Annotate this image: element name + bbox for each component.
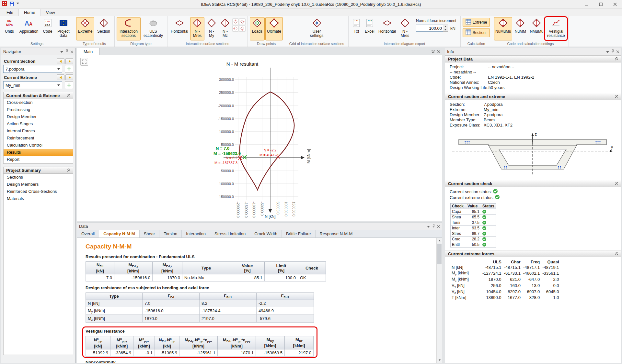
numm-button[interactable]: NuMM bbox=[513, 17, 528, 40]
increment-spinner[interactable] bbox=[443, 25, 448, 32]
export-horizontal-button[interactable]: Horizontal bbox=[377, 17, 397, 40]
nav-item-action-stages[interactable]: Action Stages bbox=[4, 120, 73, 127]
nav-item-design-member[interactable]: Design Member bbox=[4, 113, 73, 120]
status-ok-icon bbox=[482, 243, 486, 247]
nav-item-results[interactable]: Results bbox=[4, 149, 73, 156]
tab-file[interactable]: File bbox=[1, 9, 18, 16]
n-my-section-button[interactable]: N - My bbox=[205, 17, 218, 40]
nav-item-sections[interactable]: Sections bbox=[4, 174, 73, 181]
previous-section-button[interactable] bbox=[57, 58, 64, 64]
export-n-mres-button[interactable]: N - Mres bbox=[398, 17, 412, 40]
nav-item-prestressing[interactable]: Prestressing bbox=[4, 106, 73, 113]
extreme-results-button[interactable]: Extreme bbox=[76, 17, 94, 40]
export-excel-button[interactable]: XLS Excel bbox=[363, 17, 376, 40]
application-button[interactable]: AA Application bbox=[17, 17, 40, 40]
table-row: Brittl50.5 bbox=[451, 242, 496, 248]
close-panel-icon[interactable] bbox=[616, 49, 619, 54]
close-panel-icon[interactable] bbox=[71, 49, 73, 54]
nav-item-materials[interactable]: Materials bbox=[4, 195, 73, 202]
spinner-up-icon[interactable] bbox=[443, 25, 448, 28]
section-extreme-group-header[interactable]: Current Section & Extreme bbox=[3, 92, 73, 99]
pin-icon[interactable] bbox=[65, 49, 68, 54]
data-vertical-scrollbar[interactable] bbox=[436, 238, 442, 363]
tab-brittle-failure[interactable]: Brittle Failure bbox=[282, 230, 316, 237]
previous-extreme-button[interactable] bbox=[57, 74, 64, 80]
panel-menu-chevron-icon[interactable] bbox=[427, 224, 430, 229]
spinner-down-icon[interactable] bbox=[443, 28, 448, 31]
units-button[interactable]: kNMPa Units bbox=[2, 17, 17, 40]
tab-capacity-nmm[interactable]: Capacity N-M-M bbox=[99, 230, 140, 237]
vestigial-resistance-button[interactable]: Vestigial resistance bbox=[545, 17, 567, 40]
close-tab-icon[interactable] bbox=[437, 49, 440, 54]
rotate-section-right-button[interactable] bbox=[239, 18, 246, 25]
nav-item-reinforcement[interactable]: Reinforcement bbox=[4, 135, 73, 142]
current-section-check-header[interactable]: Current section check bbox=[445, 180, 621, 187]
nav-item-calculation-control[interactable]: Calculation Control bbox=[4, 142, 73, 149]
tab-shear[interactable]: Shear bbox=[140, 230, 160, 237]
project-summary-group-header[interactable]: Project Summary bbox=[3, 167, 73, 174]
horizontal-section-button[interactable]: Horizontal bbox=[169, 17, 190, 40]
n-mres-section-button[interactable]: N - Mres bbox=[190, 17, 204, 40]
user-settings-button[interactable]: User settings bbox=[307, 17, 326, 40]
section-results-button[interactable]: Section bbox=[95, 17, 112, 40]
tab-crack-width[interactable]: Crack Width bbox=[250, 230, 282, 237]
button-label: N - Mz bbox=[220, 29, 231, 38]
expand-down-icon[interactable] bbox=[432, 49, 435, 54]
pin-icon[interactable] bbox=[432, 224, 435, 229]
interaction-sections-button[interactable]: Interaction sections bbox=[117, 17, 141, 40]
current-extreme-forces-header[interactable]: Current extreme forces bbox=[445, 250, 621, 257]
close-panel-icon[interactable] bbox=[437, 224, 440, 229]
project-summary-list: Sections Design Members Reinforced Cross… bbox=[3, 174, 73, 355]
code-button[interactable]: 1.4525.8 Code bbox=[41, 17, 54, 40]
scroll-thumb[interactable] bbox=[437, 244, 442, 264]
nmumu-button[interactable]: NMuMu bbox=[528, 17, 545, 40]
tab-stress-limitation[interactable]: Stress Limitation bbox=[210, 230, 250, 237]
rotate-section-up-button[interactable] bbox=[232, 18, 239, 25]
nav-item-design-members[interactable]: Design Members bbox=[4, 181, 73, 188]
next-extreme-button[interactable] bbox=[65, 74, 73, 80]
header-cell: Type bbox=[86, 293, 143, 300]
tab-overall[interactable]: Overall bbox=[77, 230, 99, 237]
tab-response-nmm[interactable]: Response N-M-M bbox=[316, 230, 357, 237]
close-button[interactable] bbox=[608, 0, 622, 9]
normal-force-increment-input[interactable] bbox=[416, 25, 443, 32]
nav-item-internal-forces[interactable]: Internal Forces bbox=[4, 127, 73, 135]
tab-view[interactable]: View bbox=[41, 9, 60, 16]
current-section-dropdown[interactable]: 7.podpora bbox=[3, 65, 62, 73]
scroll-down-icon[interactable] bbox=[437, 357, 442, 363]
panel-menu-chevron-icon[interactable] bbox=[60, 49, 63, 54]
ultimate-points-button[interactable]: Ultimate bbox=[265, 17, 283, 40]
nav-item-report[interactable]: Report bbox=[4, 156, 73, 163]
tab-interaction[interactable]: Interaction bbox=[182, 230, 210, 237]
calculate-extreme-button[interactable]: Extreme bbox=[463, 18, 490, 27]
next-section-button[interactable] bbox=[65, 58, 73, 64]
rotate-section-left-button[interactable] bbox=[232, 25, 239, 32]
nav-item-cross-section[interactable]: Cross-section bbox=[4, 99, 73, 106]
project-data-button[interactable]: Project data bbox=[55, 17, 72, 40]
loads-points-button[interactable]: Loads bbox=[250, 17, 265, 40]
add-extreme-button[interactable] bbox=[65, 81, 73, 89]
pin-icon[interactable] bbox=[611, 49, 614, 54]
rotate-section-down-button[interactable] bbox=[239, 25, 246, 32]
minimize-button[interactable] bbox=[579, 0, 593, 9]
project-data-header[interactable]: Project Data bbox=[445, 55, 621, 62]
rd2-point-m-label: M = 49472.9 bbox=[259, 153, 279, 157]
header-cell bbox=[450, 259, 481, 265]
export-txt-button[interactable]: TXT Txt bbox=[351, 17, 362, 40]
cell: -51385.9 bbox=[155, 349, 179, 357]
scroll-up-icon[interactable] bbox=[437, 238, 442, 243]
nav-item-reinforced-cross-sections[interactable]: Reinforced Cross-Sections bbox=[4, 188, 73, 195]
uls-eccentricity-button[interactable]: ULS eccentricity bbox=[141, 17, 165, 40]
panel-menu-chevron-icon[interactable] bbox=[606, 49, 609, 54]
calculate-section-button[interactable]: Section bbox=[463, 28, 490, 37]
current-section-extreme-header[interactable]: Current section and extreme bbox=[445, 93, 621, 100]
tab-home[interactable]: Home bbox=[18, 9, 41, 16]
maximize-button[interactable] bbox=[593, 0, 608, 9]
tab-main[interactable]: Main bbox=[77, 48, 99, 55]
numumu-button[interactable]: NuMuMu bbox=[494, 17, 512, 40]
current-extreme-dropdown[interactable]: My_min bbox=[3, 81, 62, 89]
tab-torsion[interactable]: Torsion bbox=[159, 230, 182, 237]
n-mz-section-button[interactable]: N - Mz bbox=[219, 17, 232, 40]
add-section-button[interactable] bbox=[65, 65, 73, 73]
results-content: Capacity N-M-M Results presented for com… bbox=[77, 238, 436, 363]
